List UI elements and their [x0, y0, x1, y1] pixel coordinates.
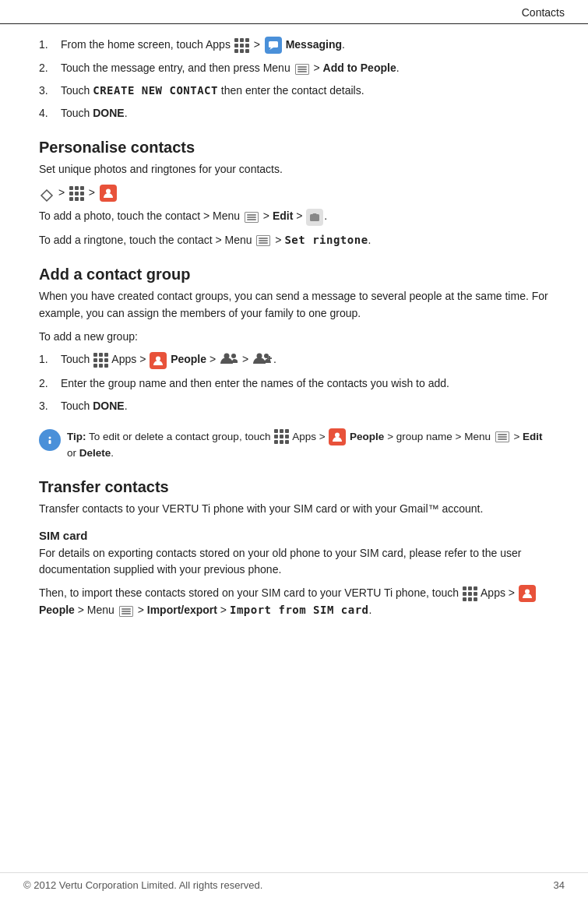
- list-num: 3.: [39, 398, 61, 414]
- group-heading: Add a contact group: [39, 266, 549, 283]
- create-new-contact-label: CREATE NEW CONTACT: [93, 84, 218, 97]
- transfer-heading: Transfer contacts: [39, 478, 549, 496]
- set-ringtone-label: Set ringtone: [284, 234, 368, 246]
- svg-marker-1: [269, 48, 273, 50]
- people-label: People: [350, 430, 384, 442]
- personalise-body1: Set unique photos and ringtones for your…: [39, 161, 549, 178]
- people-icon: [150, 352, 167, 369]
- done-label: DONE: [93, 400, 124, 412]
- list-item-text: Enter the group name and then enter the …: [61, 375, 449, 392]
- list-item-text: From the home screen, touch Apps > Messa…: [61, 37, 345, 54]
- tip-icon: [39, 429, 61, 451]
- list-num: 2.: [39, 375, 61, 392]
- people-label: People: [171, 353, 206, 365]
- svg-point-3: [106, 189, 111, 194]
- group-body2: To add a new group:: [39, 329, 549, 346]
- list-item: 3. Touch DONE.: [39, 398, 549, 414]
- tip-box: Tip: To edit or delete a contact group, …: [39, 428, 549, 461]
- messaging-label: Messaging: [286, 38, 342, 51]
- delete-label: Delete: [79, 447, 111, 459]
- svg-point-9: [231, 354, 236, 358]
- page-header: Contacts: [0, 0, 588, 24]
- list-num: 1.: [39, 351, 61, 368]
- svg-point-7: [156, 356, 160, 361]
- people-icon: [100, 185, 117, 202]
- menu-icon: [495, 431, 509, 442]
- tip-text: Tip: To edit or delete a contact group, …: [67, 428, 549, 461]
- personalise-heading: Personalise contacts: [39, 139, 549, 157]
- menu-icon: [295, 64, 309, 75]
- svg-rect-6: [313, 213, 317, 215]
- apps-icon: [274, 429, 289, 444]
- svg-rect-15: [49, 440, 51, 444]
- svg-point-17: [525, 590, 530, 594]
- list-num: 1.: [39, 37, 61, 53]
- list-item: 2. Enter the group name and then enter t…: [39, 375, 549, 392]
- apps-icon: [463, 586, 477, 601]
- group-list: 1. Touch Apps > People >: [39, 351, 549, 414]
- import-export-label: Import/export: [147, 604, 217, 616]
- done-label: DONE: [93, 107, 124, 119]
- sim-body: For details on exporting contacts stored…: [39, 545, 549, 579]
- list-item-text: Touch Apps > People >: [61, 351, 276, 368]
- transfer-body1: Transfer contacts to your VERTU Ti phone…: [39, 501, 549, 518]
- footer-page-num: 34: [554, 879, 565, 891]
- svg-point-16: [335, 432, 340, 437]
- list-item: 1. From the home screen, touch Apps > Me…: [39, 37, 549, 54]
- group-add-icon: [253, 352, 272, 369]
- list-item-text: Touch the message entry, and then press …: [61, 60, 400, 76]
- messaging-icon: [265, 37, 282, 54]
- personalise-photo-line: To add a photo, touch the contact > Menu…: [39, 208, 549, 225]
- sim-subheading: SIM card: [39, 529, 549, 542]
- list-num: 3.: [39, 83, 61, 99]
- svg-point-14: [49, 436, 51, 438]
- group-body1: When you have created contact groups, yo…: [39, 288, 549, 322]
- edit-label: Edit: [523, 430, 543, 442]
- page-footer: © 2012 Vertu Corporation Limited. All ri…: [0, 872, 588, 891]
- list-item-text: Touch DONE.: [61, 398, 128, 414]
- menu-icon: [119, 606, 133, 617]
- list-item: 1. Touch Apps > People >: [39, 351, 549, 368]
- photo-icon: [306, 209, 323, 226]
- list-item: 4. Touch DONE.: [39, 105, 549, 121]
- list-item: 3. Touch CREATE NEW CONTACT then enter t…: [39, 83, 549, 99]
- header-title: Contacts: [522, 6, 565, 19]
- svg-marker-2: [41, 190, 52, 201]
- svg-rect-0: [269, 41, 278, 48]
- group-icon: [220, 352, 238, 369]
- add-to-people-label: Add to People: [323, 62, 396, 74]
- personalise-ringtone-line: To add a ringtone, touch the contact > M…: [39, 232, 549, 249]
- list-item-text: Touch DONE.: [61, 105, 128, 121]
- people-icon: [519, 585, 536, 602]
- sim-import-line: Then, to import these contacts stored on…: [39, 585, 549, 619]
- apps-icon: [69, 186, 84, 201]
- apps-icon: [93, 353, 108, 368]
- menu-icon: [256, 235, 270, 246]
- list-item-text: Touch CREATE NEW CONTACT then enter the …: [61, 83, 364, 99]
- home-icon: [40, 186, 54, 200]
- personalise-icons-line: > >: [39, 185, 549, 202]
- list-item: 2. Touch the message entry, and then pre…: [39, 60, 549, 76]
- people-icon: [329, 428, 346, 445]
- edit-label: Edit: [273, 210, 293, 222]
- footer-copyright: © 2012 Vertu Corporation Limited. All ri…: [23, 879, 262, 891]
- apps-icon: [234, 38, 249, 53]
- tip-bold-label: Tip:: [67, 430, 86, 442]
- list-num: 2.: [39, 60, 61, 76]
- page-content: 1. From the home screen, touch Apps > Me…: [0, 24, 588, 672]
- menu-icon: [245, 212, 259, 223]
- svg-point-5: [313, 216, 317, 220]
- list-num: 4.: [39, 105, 61, 121]
- intro-list: 1. From the home screen, touch Apps > Me…: [39, 37, 549, 121]
- import-sim-label: Import from SIM card: [230, 604, 369, 616]
- people-label: People: [39, 604, 75, 616]
